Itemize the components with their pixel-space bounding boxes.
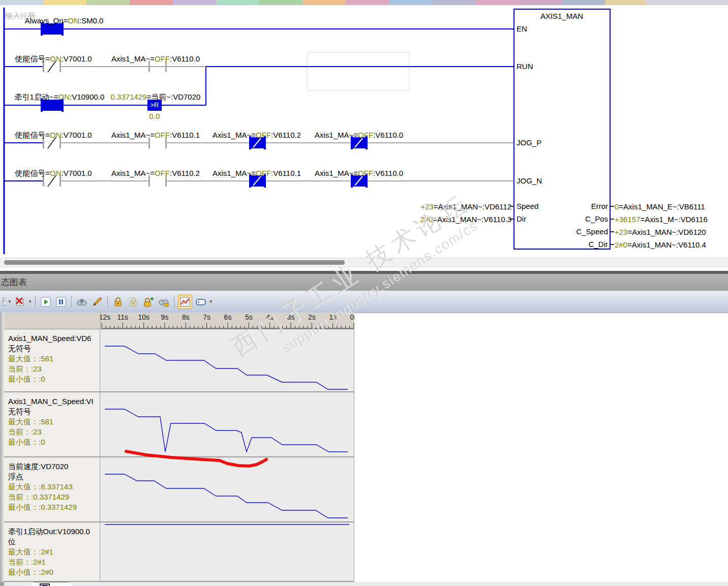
unforce-button[interactable] [127,295,140,309]
row-data-type: 无符号 [8,407,100,417]
row-current-value: 当前：:0.3371429 [8,492,100,502]
chart-row-label-cell[interactable]: Axis1_MAN_Speed:VD6 无符号 最大值：:581 当前：:23 … [4,329,100,392]
status-chart-toolbar: ▼ ▼ ▼ [0,291,728,313]
bookmark-dropdown-icon[interactable]: ▼ [209,299,213,304]
row-current-value: 当前：:23 [8,427,100,437]
read-forced-button[interactable] [157,295,170,309]
chart-row-label-cell[interactable]: 牵引1启动Out:V10900.0 位 最大值：:2#1 当前：:2#1 最小值… [4,522,100,582]
chart-left-gutter [0,313,4,582]
row-current-value: 当前：:2#1 [8,557,100,567]
trend-view-button[interactable] [178,295,192,309]
ruler-tick-label: 7s [203,313,210,321]
param-dir-in[interactable]: 2#0=Axis1_MAN~:V6110.3 [420,215,511,224]
tab-strip-segment [562,0,605,5]
operand-label-r3c1[interactable]: 牵引1启动~=ON:V10900.0 [15,92,105,102]
delete-chart-dropdown-icon[interactable]: ▼ [28,299,32,304]
operand-label-r5c4[interactable]: Axis1_MA~=OFF:V6110.0 [315,169,403,177]
tab-strip-segment [173,0,216,5]
operand-label-r2c2[interactable]: Axis1_MA~=OFF:V6110.0 [111,54,200,63]
horizontal-scrollbar[interactable] [0,258,728,267]
operand-label-r1c1[interactable]: Always_On=ON:SM0.0 [25,16,104,25]
ruler-tick-label: 12s [101,313,110,321]
bookmark-button[interactable] [194,295,207,309]
param-c-speed-out[interactable]: +23=Axis1_MAN~:VD6120 [615,228,706,236]
param-c-dir-out[interactable]: 2#0=Axis1_MAN~:V6110.4 [615,240,706,249]
trend-plot-cell [100,392,354,457]
row-current-value: 当前：:23 [8,364,100,374]
port-c-pos: C_Pos [585,214,608,223]
tab-strip-segment [216,0,259,5]
write-all-button[interactable] [90,295,104,309]
operand-label-r4c3[interactable]: Axis1_MA~=OFF:V6110.2 [213,131,301,139]
tab-strip-segment [43,0,86,5]
operand-label-r4c4[interactable]: Axis1_MA~=OFF:V6110.0 [315,131,403,139]
status-chart-pane-title: 态图表 [0,274,728,291]
chart-row: 当前速度:VD7020 浮点 最大值：:8.337143 当前：:0.33714… [4,457,354,522]
chart-row-label-cell[interactable]: Axis1_MAN_C_Speed:VI 无符号 最大值：:581 当前：:23… [4,392,100,457]
tab-strip-segment [86,0,130,5]
operand-label-r5c1[interactable]: 使能信号=ON:V7001.0 [15,169,92,178]
app-screen: >R 0.0 [0,0,728,586]
chart-tab[interactable] [31,582,72,586]
time-ruler: 12s11s10s9s8s7s6s5s4s3s2s1s0s [100,313,355,329]
chart-row: Axis1_MAN_C_Speed:VI 无符号 最大值：:581 当前：:23… [4,392,354,457]
tab-strip-segment [130,0,173,5]
row-variable-name: 当前速度:VD7020 [8,461,100,472]
tab-strip-segment [432,0,475,5]
port-c-speed: C_Speed [576,227,608,236]
ruler-tick-label: 11s [117,313,129,321]
trend-plot-cell [100,329,354,392]
start-chart-button[interactable] [39,295,52,309]
param-speed-in[interactable]: +23=Axis1_MAN~:VD6112 [420,202,511,211]
operand-label-r5c3[interactable]: Axis1_MA~=OFF:V6110.1 [213,169,301,177]
new-chart-dropdown-icon[interactable]: ▼ [8,299,12,304]
ruler-tick-label: 8s [182,313,190,321]
row-max-value: 最大值：:8.337143 [8,482,100,492]
row-variable-name: Axis1_MAN_Speed:VD6 [8,333,100,344]
chart-row-label-cell[interactable]: 当前速度:VD7020 浮点 最大值：:8.337143 当前：:0.33714… [4,457,100,522]
row-data-type: 浮点 [8,472,100,482]
row-max-value: 最大值：:2#1 [8,547,100,557]
port-en: EN [517,24,527,33]
new-chart-button[interactable] [0,295,6,309]
param-error-out[interactable]: 0=Axis1_MAN_E~:VB6111 [615,202,705,211]
tab-strip-segment [475,0,519,5]
port-speed: Speed [517,202,538,210]
operand-label-r2c1[interactable]: 使能信号=ON:V7001.0 [15,54,92,64]
trend-plot-cell [100,457,354,522]
window-tab-strip [0,0,728,5]
param-c-pos-out[interactable]: +36157=Axis1_M~:VD6116 [615,215,708,224]
toolbar-separator [174,296,174,308]
port-c-dir: C_Dir [589,240,608,249]
operand-label-r4c2[interactable]: Axis1_MA~=OFF:V6110.1 [111,131,200,139]
ladder-editor: >R 0.0 [0,5,728,258]
operand-label-r3cmp[interactable]: 0.3371429=当前~:VD7020 [111,92,201,102]
operand-label-r5c2[interactable]: Axis1_MA~=OFF:V6110.2 [111,169,200,177]
row-max-value: 最大值：:581 [8,417,100,427]
time-ruler-row: 12s11s10s9s8s7s6s5s4s3s2s1s0s [4,313,354,329]
ruler-tick-label: 6s [224,313,232,321]
trend-line [105,409,348,452]
tab-strip-segment [259,0,302,5]
trend-plot-cell [100,522,354,582]
force-all-button[interactable] [142,295,155,309]
function-block-axis1-man[interactable]: AXIS1_MAN EN RUN JOG_P JOG_N Speed Dir E… [514,9,610,249]
row-variable-name: 牵引1启动Out:V10900.0 [8,527,100,537]
tab-strip-segment [519,0,562,5]
ruler-tick-label: 10s [138,313,149,321]
ruler-tick-label: 2s [308,313,316,321]
row-data-type: 位 [8,537,100,547]
selection-box [307,52,410,90]
ruler-tick-label: 3s [287,313,295,321]
tab-strip-segment [302,0,346,5]
compare-constant[interactable]: 0.0 [149,112,160,120]
port-error: Error [591,202,608,210]
delete-chart-button[interactable] [13,295,26,309]
read-all-button[interactable] [75,295,88,309]
operand-label-r4c1[interactable]: 使能信号=ON:V7001.0 [15,131,92,140]
force-button[interactable] [111,295,125,309]
pause-chart-button[interactable] [54,295,68,309]
scrollbar-thumb[interactable] [4,260,345,265]
ruler-tick-label: 4s [266,313,274,321]
toolbar-separator [71,296,72,308]
